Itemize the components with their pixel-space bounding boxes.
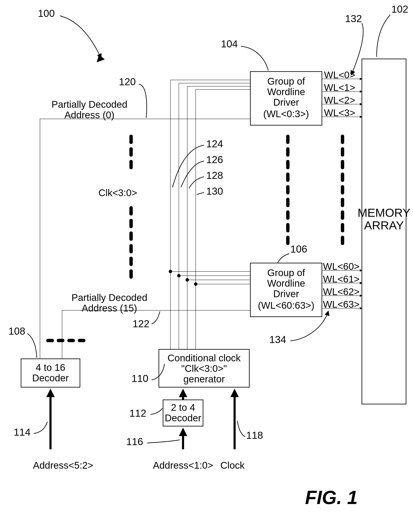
clkbus-label: Clk<3:0> — [98, 187, 137, 198]
svg-rect-25 — [341, 223, 344, 232]
leader-116 — [147, 440, 180, 443]
leader-106 — [278, 254, 289, 263]
svg-rect-23 — [341, 198, 344, 207]
clock-label: Clock — [220, 460, 245, 471]
memory-array-line2: ARRAY — [364, 219, 404, 232]
leader-132 — [351, 23, 363, 75]
hdots-decoder-out — [46, 339, 85, 342]
svg-rect-2 — [129, 160, 133, 169]
ref-120: 120 — [119, 76, 136, 87]
leader-118 — [237, 421, 245, 437]
svg-rect-30 — [78, 339, 85, 342]
leader-104 — [241, 46, 268, 70]
wordline-driver-top-l1: Group of — [267, 76, 305, 87]
svg-rect-16 — [286, 223, 290, 232]
leader-100 — [60, 16, 101, 58]
decoder-4to16-l2: Decoder — [32, 372, 69, 383]
leader-120 — [139, 84, 147, 118]
ccg-l2: "Clk<3:0>" — [181, 363, 227, 374]
wl62-label: WL<62> — [323, 286, 360, 297]
leader-108 — [27, 333, 37, 358]
wl0-label: WL<0> — [324, 69, 355, 80]
leader-102 — [377, 15, 390, 57]
wordline-driver-bottom-l4: (WL<60:63>) — [258, 300, 314, 311]
svg-rect-9 — [286, 135, 290, 144]
ref-128: 128 — [206, 170, 223, 181]
leader-124 — [172, 145, 204, 187]
junction-dot — [177, 274, 180, 277]
svg-rect-5 — [129, 231, 133, 241]
ccg-l1: Conditional clock — [168, 352, 241, 363]
wordline-driver-bottom-l1: Group of — [267, 267, 305, 278]
ref-110: 110 — [131, 373, 148, 384]
svg-rect-6 — [129, 244, 133, 253]
svg-rect-20 — [341, 160, 344, 169]
wl2-label: WL<2> — [324, 95, 355, 106]
svg-rect-8 — [129, 269, 133, 279]
vdots-driver-group — [286, 135, 290, 245]
ref-122: 122 — [132, 318, 149, 329]
wordline-driver-bottom-l2: Wordline — [267, 278, 305, 289]
svg-rect-12 — [286, 172, 290, 182]
svg-rect-26 — [341, 236, 344, 245]
ref-104: 104 — [221, 38, 238, 49]
arrowhead-100 — [97, 55, 105, 62]
wordline-driver-bottom-l3: Driver — [273, 288, 299, 299]
wl63-label: WL<63> — [323, 299, 360, 310]
svg-rect-1 — [129, 147, 133, 157]
leader-128 — [189, 177, 204, 188]
ref-124: 124 — [206, 138, 223, 149]
addr10-label: Address<1:0> — [153, 460, 213, 471]
figure-caption: FIG. 1 — [305, 487, 358, 508]
leader-130 — [197, 192, 204, 195]
svg-rect-13 — [286, 185, 290, 194]
svg-rect-15 — [286, 210, 290, 220]
svg-rect-24 — [341, 210, 344, 220]
ccg-l3: generator — [183, 373, 225, 384]
svg-rect-18 — [341, 135, 344, 144]
wordline-driver-top-l4: (WL<0:3>) — [263, 108, 309, 119]
wordline-driver-top-l2: Wordline — [267, 86, 305, 97]
ref-100: 100 — [38, 8, 55, 19]
ref-134: 134 — [269, 334, 286, 345]
diagram-root: MEMORY ARRAY Group of Wordline Driver (W… — [0, 0, 413, 532]
pda15-line1: Partially Decoded — [72, 292, 148, 303]
ref-112: 112 — [129, 408, 146, 419]
leader-114 — [34, 422, 47, 434]
ref-106: 106 — [290, 244, 307, 255]
svg-rect-14 — [286, 198, 290, 207]
pda0-line2: Address (0) — [64, 109, 114, 120]
wl1-label: WL<1> — [324, 82, 355, 93]
wl3-label: WL<3> — [324, 107, 355, 118]
svg-rect-29 — [67, 339, 75, 342]
wl60-label: WL<60> — [323, 261, 360, 272]
addr52-label: Address<5:2> — [33, 460, 93, 471]
svg-rect-21 — [341, 172, 344, 182]
decoder-2to4-l1: 2 to 4 — [171, 402, 195, 413]
ref-130: 130 — [206, 186, 223, 197]
svg-rect-17 — [286, 236, 290, 245]
junction-dot — [186, 278, 189, 282]
ref-108: 108 — [9, 325, 25, 337]
svg-rect-3 — [129, 206, 133, 216]
ref-116: 116 — [126, 436, 143, 447]
wordline-driver-top-l3: Driver — [273, 97, 299, 108]
svg-rect-4 — [129, 219, 133, 228]
ref-114: 114 — [14, 427, 30, 438]
svg-rect-11 — [286, 160, 290, 169]
leader-122 — [151, 312, 160, 324]
svg-rect-19 — [341, 147, 344, 157]
vdots-wordlines — [341, 135, 344, 245]
ref-118: 118 — [246, 430, 263, 441]
svg-rect-28 — [57, 339, 64, 342]
svg-rect-0 — [129, 135, 133, 144]
svg-rect-27 — [46, 339, 54, 342]
pda15-line2: Address (15) — [82, 303, 137, 314]
svg-rect-7 — [129, 257, 133, 266]
svg-rect-10 — [286, 147, 290, 157]
vdots-partially-decoded — [129, 135, 133, 279]
ref-126: 126 — [206, 154, 223, 165]
junction-dot — [194, 282, 197, 286]
wl61-label: WL<61> — [323, 274, 360, 285]
decoder-4to16-l1: 4 to 16 — [36, 362, 66, 373]
